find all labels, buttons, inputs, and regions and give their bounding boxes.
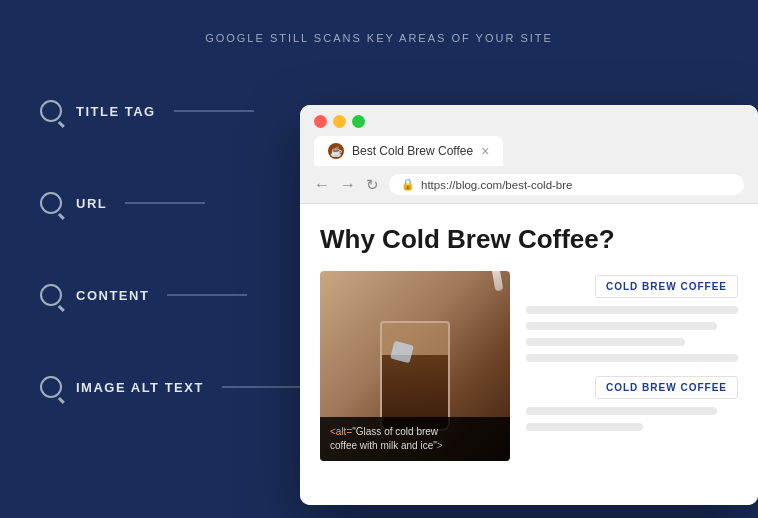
lock-icon: 🔒 (401, 178, 415, 191)
content-line-left (167, 294, 247, 296)
title-tag-item: TITLE TAG (40, 100, 302, 122)
tab-title: Best Cold Brew Coffee (352, 144, 473, 158)
content-label: CONTENT (76, 288, 149, 303)
dot-green[interactable] (352, 115, 365, 128)
browser-tab[interactable]: Best Cold Brew Coffee × (314, 136, 503, 166)
refresh-button[interactable]: ↻ (366, 176, 379, 194)
article-image: <alt="Glass of cold brewcoffee with milk… (320, 271, 510, 461)
keyword-badge-2: COLD BREW COFFEE (595, 376, 738, 399)
title-tag-label: TITLE TAG (76, 104, 156, 119)
header-subtitle: GOOGLE STILL SCANS KEY AREAS OF YOUR SIT… (0, 0, 758, 44)
search-icon-title (40, 100, 62, 122)
alt-attr-close: > (437, 440, 443, 451)
content-line-5 (526, 407, 717, 415)
address-bar-row: ← → ↻ 🔒 https://blog.com/best-cold-bre (300, 166, 758, 204)
glass-shape (380, 321, 450, 431)
content-line-1 (526, 306, 738, 314)
browser-chrome: Best Cold Brew Coffee × (300, 105, 758, 166)
search-icon-url (40, 192, 62, 214)
search-icon-content (40, 284, 62, 306)
alt-tag-overlay: <alt="Glass of cold brewcoffee with milk… (320, 417, 510, 461)
forward-button[interactable]: → (340, 176, 356, 194)
dot-red[interactable] (314, 115, 327, 128)
search-icon-alt (40, 376, 62, 398)
browser-content: Why Cold Brew Coffee? <alt="Glass of col… (300, 204, 758, 505)
back-button[interactable]: ← (314, 176, 330, 194)
page-heading: Why Cold Brew Coffee? (320, 224, 738, 255)
content-line-4 (526, 354, 738, 362)
milk-pour (489, 271, 504, 291)
content-line-6 (526, 423, 643, 431)
tab-close-button[interactable]: × (481, 143, 489, 159)
browser-dots (314, 115, 744, 128)
content-line-3 (526, 338, 685, 346)
title-tag-line (174, 110, 254, 112)
url-line (125, 202, 205, 204)
content-area: <alt="Glass of cold brewcoffee with milk… (320, 271, 738, 461)
alt-text-label: IMAGE ALT TEXT (76, 380, 204, 395)
keyword-badge-1: COLD BREW COFFEE (595, 275, 738, 298)
alt-attr-name: <alt= (330, 426, 352, 437)
alt-text-line (222, 386, 302, 388)
address-text: https://blog.com/best-cold-bre (421, 179, 573, 191)
url-label: URL (76, 196, 107, 211)
content-item: CONTENT (40, 284, 302, 306)
alt-text-item: IMAGE ALT TEXT (40, 376, 302, 398)
browser-window: Best Cold Brew Coffee × ← → ↻ 🔒 https://… (300, 105, 758, 505)
address-bar[interactable]: 🔒 https://blog.com/best-cold-bre (389, 174, 744, 195)
content-line-2 (526, 322, 717, 330)
url-item: URL (40, 192, 302, 214)
coffee-favicon (328, 143, 344, 159)
right-content: COLD BREW COFFEE COLD BREW COFFEE (526, 271, 738, 461)
left-panel: TITLE TAG URL CONTENT IMAGE ALT TEXT (40, 100, 302, 398)
dot-yellow[interactable] (333, 115, 346, 128)
